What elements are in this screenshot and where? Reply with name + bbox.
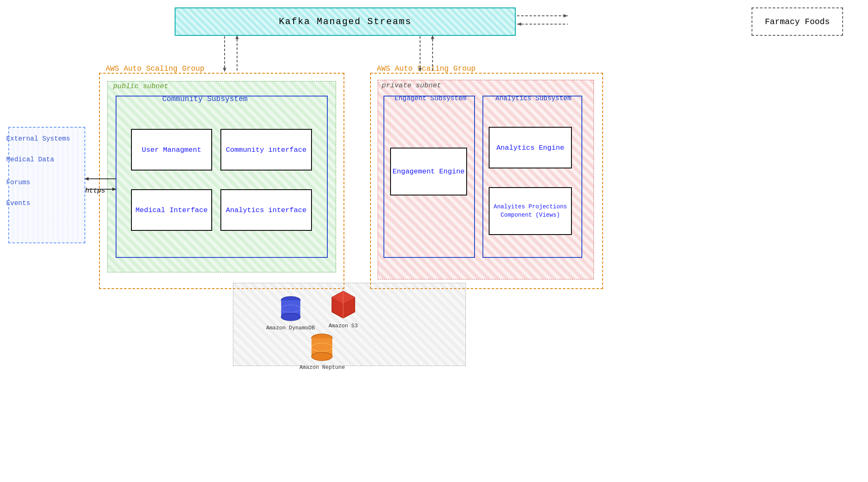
analytics-engine-box: Analytics Engine xyxy=(489,127,572,168)
aws-right-label: AWS Auto Scaling Group xyxy=(375,64,477,73)
external-forums-label: Forums xyxy=(6,179,30,186)
engagement-engine-label: Engagement Engine xyxy=(393,168,465,175)
external-events-label: Events xyxy=(6,200,30,207)
svg-point-2 xyxy=(281,313,300,321)
medical-interface-label: Medical Interface xyxy=(136,206,208,214)
community-interface-label: Community interface xyxy=(226,146,307,154)
private-subnet-label: private subnet xyxy=(382,82,441,89)
neptune-label: Amazon Neptune xyxy=(299,364,345,371)
medical-interface-box: Medical Interface xyxy=(131,189,212,231)
analytics-engine-label: Analytics Engine xyxy=(496,144,564,152)
kafka-label: Kafka Managed Streams xyxy=(279,17,411,27)
engagement-subsystem-label: Engagent Subsystem xyxy=(389,95,472,102)
analytics-interface-box: Analytics interface xyxy=(220,189,312,231)
farmacy-label: Farmacy Foods xyxy=(765,17,830,27)
analytics-projections-label: Analyites Projections Component (Views) xyxy=(493,203,568,219)
external-medical-label: Medical Data xyxy=(6,156,54,163)
community-subsystem-label: Community Subsystem xyxy=(162,95,247,103)
s3-icon: Amazon S3 xyxy=(329,289,358,329)
community-subsystem-box xyxy=(116,96,328,258)
community-interface-box: Community interface xyxy=(220,129,312,171)
aws-left-label: AWS Auto Scaling Group xyxy=(104,64,206,73)
analytics-subsystem-label: Analytics Subsystem xyxy=(489,95,578,102)
kafka-box: Kafka Managed Streams xyxy=(175,7,516,36)
svg-marker-18 xyxy=(517,22,521,26)
svg-marker-20 xyxy=(223,68,226,72)
dynamodb-label: Amazon DynamoDB xyxy=(266,325,315,331)
neptune-icon: Amazon Neptune xyxy=(299,333,345,371)
user-management-label: User Managment xyxy=(142,146,201,154)
external-systems-label: External Systems xyxy=(6,135,70,143)
svg-point-9 xyxy=(312,352,332,361)
user-management-box: User Managment xyxy=(131,129,212,171)
public-subnet-label: public subnet xyxy=(113,82,168,90)
analytics-projections-box: Analyites Projections Component (Views) xyxy=(489,187,572,235)
engagement-engine-box: Engagement Engine xyxy=(390,148,467,195)
https-label: https xyxy=(85,187,105,195)
architecture-diagram: Kafka Managed Streams Farmacy Foods AWS … xyxy=(0,0,868,482)
dynamodb-icon: Amazon DynamoDB xyxy=(266,295,315,331)
analytics-interface-label: Analytics interface xyxy=(226,206,307,214)
s3-label: Amazon S3 xyxy=(329,323,358,329)
farmacy-box: Farmacy Foods xyxy=(752,7,843,36)
svg-marker-17 xyxy=(564,14,568,17)
